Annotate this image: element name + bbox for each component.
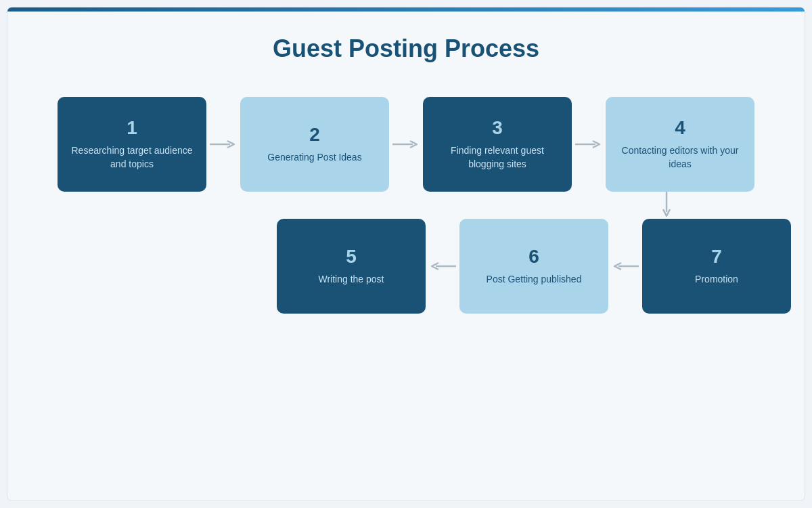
- box-6: 6 Post Getting published: [459, 219, 608, 314]
- box-7: 7 Promotion: [642, 219, 791, 314]
- box-4: 4 Contacting editors with your ideas: [606, 97, 754, 192]
- box-2: 2 Generating Post Ideas: [240, 97, 389, 192]
- box-3-number: 3: [492, 117, 503, 139]
- box-7-label: Promotion: [695, 273, 738, 287]
- box-3-label: Finding relevant guest blogging sites: [434, 144, 561, 171]
- row-1: 1 Researching target audience and topics…: [58, 97, 754, 192]
- box-1-label: Researching target audience and topics: [68, 144, 196, 171]
- down-arrow-container: [34, 192, 778, 219]
- arrow-6-5: [426, 259, 459, 273]
- box-2-label: Generating Post Ideas: [267, 151, 361, 165]
- page-title: Guest Posting Process: [273, 35, 539, 63]
- box-5: 5 Writing the post: [277, 219, 426, 314]
- arrow-2-3: [389, 137, 423, 151]
- arrow-3-4: [572, 137, 606, 151]
- flow-container: 1 Researching target audience and topics…: [21, 97, 791, 314]
- box-4-number: 4: [675, 117, 685, 139]
- box-6-number: 6: [528, 246, 539, 268]
- box-7-number: 7: [711, 246, 722, 268]
- box-5-number: 5: [346, 246, 357, 268]
- box-6-label: Post Getting published: [487, 273, 582, 287]
- box-3: 3 Finding relevant guest blogging sites: [423, 97, 572, 192]
- box-4-label: Contacting editors with your ideas: [616, 144, 744, 171]
- box-5-label: Writing the post: [318, 273, 384, 287]
- arrow-7-6: [608, 259, 642, 273]
- box-1: 1 Researching target audience and topics: [58, 97, 206, 192]
- slide: Guest Posting Process 1 Researching targ…: [7, 7, 805, 501]
- box-1-number: 1: [127, 117, 137, 139]
- arrow-1-2: [206, 137, 240, 151]
- arrow-4-7: [660, 192, 673, 219]
- box-2-number: 2: [309, 124, 320, 146]
- row-2: 5 Writing the post 6 Post Getting publis…: [21, 219, 791, 314]
